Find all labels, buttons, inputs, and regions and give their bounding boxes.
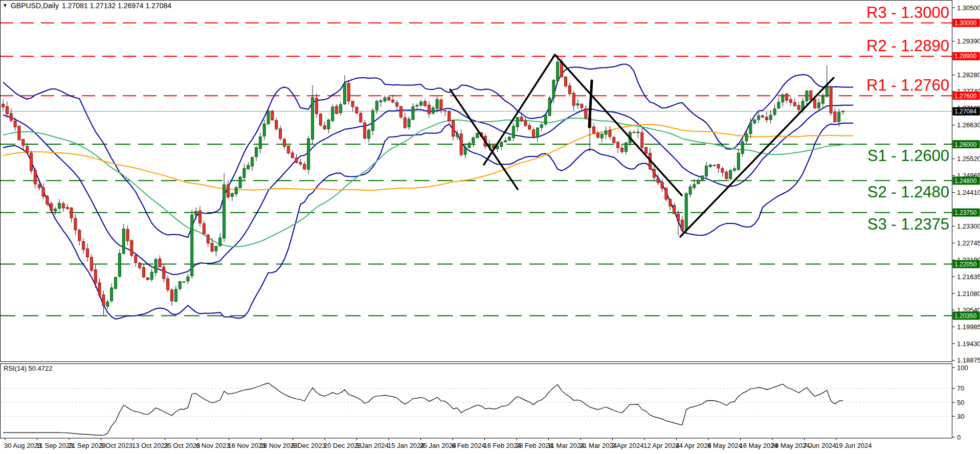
price-badge-S3: 1.23750 (954, 209, 977, 216)
candle-body-bear (207, 235, 209, 243)
candle-body-bear (641, 132, 643, 147)
candle-body-bear (717, 165, 720, 168)
trendline-2[interactable] (484, 55, 555, 165)
candle-body-bear (677, 214, 679, 221)
price-badge-R1: 1.27600 (954, 93, 977, 100)
candle-body-bull (174, 289, 177, 302)
date-label: 3 Oct 2023 (100, 442, 133, 449)
candle-body-bear (830, 87, 832, 113)
candle-body-bear (585, 108, 587, 118)
candle-body-bear (596, 133, 599, 138)
candle-body-bull (472, 138, 475, 143)
candle-body-bull (548, 98, 551, 116)
candle-body-bull (367, 130, 370, 139)
candle-body-bear (70, 208, 73, 218)
candle-body-bear (22, 139, 25, 145)
candle-body-bull (733, 169, 736, 170)
candle-body-bear (30, 153, 32, 171)
candle-body-bull (842, 111, 844, 112)
candle-body-bull (343, 84, 346, 104)
rsi-tick-label: 70 (957, 384, 964, 392)
candle-body-bear (323, 126, 326, 129)
candle-body-bear (279, 129, 282, 139)
price-tick-label: 1.21635 (957, 273, 980, 281)
candle-body-bear (38, 185, 40, 188)
candle-body-bull (689, 187, 692, 194)
candle-body-bear (520, 117, 523, 121)
level-labels-layer: R3 - 1.3000R2 - 1.2890R1 - 1.2760S1 - 1.… (866, 4, 949, 233)
candle-body-bull (215, 246, 217, 251)
candle-body-bear (347, 83, 350, 101)
candle-body-bear (581, 104, 583, 108)
candle-body-bull (556, 62, 559, 81)
candle-body-bull (468, 143, 471, 147)
candle-body-bull (251, 157, 254, 166)
candle-body-bear (810, 91, 812, 100)
level-label-S3: S3 - 1.2375 (867, 215, 949, 233)
candle-body-bear (669, 199, 672, 206)
candle-body-bull (544, 116, 547, 124)
candle-body-bear (295, 158, 298, 163)
chart-canvas[interactable]: 1.305001.293901.282801.277401.271851.266… (0, 0, 980, 454)
candle-body-bear (46, 196, 49, 204)
candle-body-bull (753, 120, 756, 123)
candle-body-bull (412, 107, 414, 120)
candle-body-bear (392, 100, 394, 102)
candle-body-bear (14, 121, 16, 127)
candle-body-bear (721, 169, 724, 172)
candle-body-bear (146, 278, 149, 280)
candle-body-bear (82, 241, 85, 249)
candle-body-bear (444, 110, 447, 111)
candle-body-bear (275, 121, 278, 129)
candle-body-bear (98, 283, 101, 295)
candle-body-bull (432, 108, 434, 113)
candle-body-bull (749, 123, 752, 134)
price-badge-R3: 1.30000 (954, 19, 977, 27)
candle-body-bear (94, 269, 97, 283)
price-tick-label: 1.22745 (957, 239, 980, 247)
candle-body-bull (464, 147, 466, 154)
candle-body-bear (761, 116, 764, 117)
candle-body-bull (806, 91, 808, 101)
price-tick-label: 1.26630 (957, 121, 980, 129)
candle-body-bear (135, 256, 137, 263)
candle-body-bull (154, 260, 157, 273)
candle-body-bull (231, 193, 233, 196)
candle-body-bear (572, 93, 575, 105)
candle-body-bull (729, 170, 732, 178)
candle-body-bear (291, 153, 294, 158)
candle-body-bear (797, 105, 800, 109)
candle-body-bull (58, 203, 60, 208)
candle-body-bull (512, 126, 515, 138)
candle-body-bear (613, 138, 615, 143)
candle-body-bear (661, 182, 663, 188)
date-label: 25 Jan 2024 (420, 442, 457, 449)
candle-body-bear (765, 117, 768, 120)
candle-body-bull (114, 277, 117, 288)
symbol-dropdown-icon[interactable]: ▼ (3, 3, 8, 8)
candle-body-bull (625, 143, 627, 151)
candle-body-bear (395, 103, 398, 106)
price-tick-label: 1.18875 (957, 356, 980, 364)
candle-body-bull (380, 101, 382, 102)
candle-body-bull (191, 215, 193, 276)
candle-body-bear (66, 208, 69, 209)
candle-body-bull (263, 124, 265, 136)
trendline-3[interactable] (555, 55, 682, 195)
price-tick-label: 1.21080 (957, 290, 980, 298)
candle-body-bear (524, 121, 527, 126)
date-label: 11 Mar 2024 (548, 442, 585, 449)
candle-body-bull (311, 98, 314, 139)
candle-body-bear (170, 290, 173, 301)
candle-body-bull (183, 282, 185, 282)
candle-body-bear (303, 164, 306, 169)
date-label: 24 Apr 2024 (676, 442, 711, 449)
candle-body-bear (786, 94, 788, 101)
rsi-tick-label: 100 (957, 364, 968, 372)
candle-body-bear (90, 257, 93, 270)
candle-body-bear (713, 165, 716, 166)
candle-body-bear (725, 172, 728, 178)
candle-body-bear (102, 294, 105, 305)
candle-body-bull (259, 137, 261, 148)
candle-body-bull (243, 168, 246, 177)
